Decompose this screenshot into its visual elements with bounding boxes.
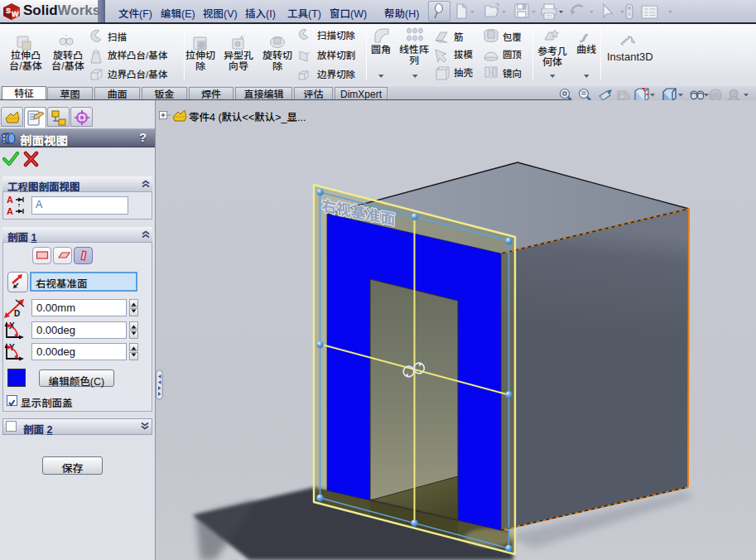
svg-text:W: W xyxy=(12,10,19,18)
svg-text:A: A xyxy=(7,206,13,216)
svg-text:零件4 (默认<<默认>_显...: 零件4 (默认<<默认>_显... xyxy=(189,112,306,123)
svg-text:D: D xyxy=(14,309,20,318)
svg-text:A: A xyxy=(7,195,13,205)
svg-text:S: S xyxy=(6,7,11,15)
